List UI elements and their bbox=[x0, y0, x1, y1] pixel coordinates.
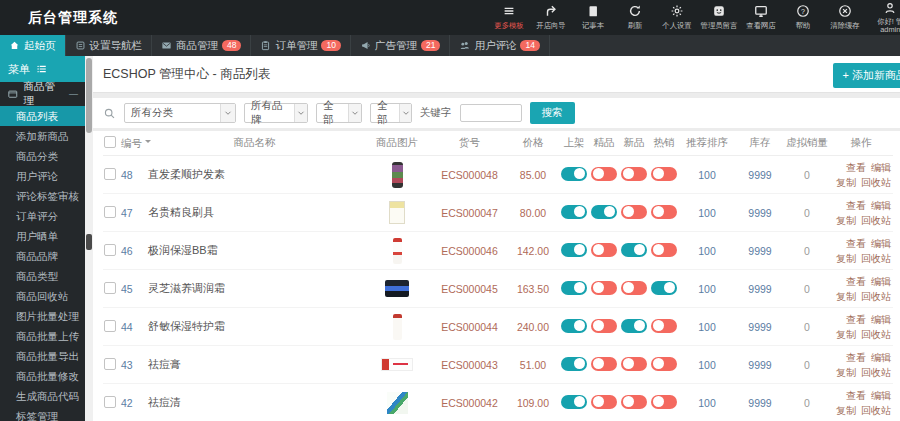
sort-order[interactable]: 100 bbox=[698, 397, 716, 409]
status-select[interactable]: 全部 bbox=[316, 103, 362, 123]
toggle-new[interactable] bbox=[621, 281, 647, 295]
add-goods-button[interactable]: + 添加新商品 bbox=[833, 63, 900, 88]
copy-link[interactable]: 复制 bbox=[836, 291, 856, 302]
goods-image[interactable] bbox=[385, 280, 409, 297]
toggle-on-sale[interactable] bbox=[561, 205, 587, 219]
sidebar-scrollbar[interactable] bbox=[85, 56, 93, 421]
toggle-hot[interactable] bbox=[651, 357, 677, 371]
sidebar-item[interactable]: 商品品牌 bbox=[0, 246, 85, 266]
tool-wizard-arrow[interactable]: 开店向导 bbox=[530, 0, 572, 35]
toggle-best[interactable] bbox=[591, 395, 617, 409]
goods-image[interactable] bbox=[387, 392, 408, 414]
view-link[interactable]: 查看 bbox=[846, 162, 866, 173]
tab-nav-settings[interactable]: 设置导航栏 bbox=[66, 35, 153, 56]
edit-link[interactable]: 编辑 bbox=[871, 238, 891, 249]
toggle-new[interactable] bbox=[621, 357, 647, 371]
category-select[interactable]: 所有分类 bbox=[124, 103, 236, 123]
toggle-hot[interactable] bbox=[651, 281, 677, 295]
tab-ad[interactable]: 广告管理21 bbox=[351, 35, 450, 56]
row-checkbox[interactable] bbox=[104, 358, 116, 370]
toggle-new[interactable] bbox=[621, 395, 647, 409]
keyword-input[interactable] bbox=[460, 104, 522, 122]
edit-link[interactable]: 编辑 bbox=[871, 352, 891, 363]
toggle-hot[interactable] bbox=[651, 319, 677, 333]
scrollbar-thumb-secondary[interactable] bbox=[86, 234, 92, 250]
goods-image[interactable] bbox=[393, 314, 402, 340]
recycle-link[interactable]: 回收站 bbox=[861, 291, 891, 302]
recycle-link[interactable]: 回收站 bbox=[861, 329, 891, 340]
copy-link[interactable]: 复制 bbox=[836, 329, 856, 340]
edit-link[interactable]: 编辑 bbox=[871, 162, 891, 173]
toggle-new[interactable] bbox=[621, 205, 647, 219]
sidebar-item[interactable]: 商品类型 bbox=[0, 266, 85, 286]
recycle-link[interactable]: 回收站 bbox=[861, 367, 891, 378]
row-checkbox[interactable] bbox=[104, 206, 116, 218]
sidebar-item[interactable]: 评论标签审核 bbox=[0, 186, 85, 206]
sidebar-item[interactable]: 商品批量导出 bbox=[0, 346, 85, 366]
recycle-link[interactable]: 回收站 bbox=[861, 177, 891, 188]
goods-image[interactable] bbox=[389, 201, 405, 224]
sort-order[interactable]: 100 bbox=[698, 245, 716, 257]
toggle-on-sale[interactable] bbox=[561, 243, 587, 257]
sidebar-item[interactable]: 商品批量修改 bbox=[0, 366, 85, 386]
sidebar-item[interactable]: 商品分类 bbox=[0, 146, 85, 166]
copy-link[interactable]: 复制 bbox=[836, 215, 856, 226]
sidebar-item[interactable]: 图片批量处理 bbox=[0, 306, 85, 326]
row-checkbox[interactable] bbox=[104, 396, 116, 408]
tool-clear-cache[interactable]: 清除缓存 bbox=[824, 0, 866, 35]
toggle-on-sale[interactable] bbox=[561, 395, 587, 409]
sidebar-item[interactable]: 商品批量上传 bbox=[0, 326, 85, 346]
toggle-hot[interactable] bbox=[651, 243, 677, 257]
recycle-link[interactable]: 回收站 bbox=[861, 253, 891, 264]
sidebar-item[interactable]: 用户晒单 bbox=[0, 226, 85, 246]
toggle-best[interactable] bbox=[591, 357, 617, 371]
collapse-minus-icon[interactable]: — bbox=[69, 89, 78, 99]
sort-order[interactable]: 100 bbox=[698, 283, 716, 295]
goods-image[interactable] bbox=[381, 358, 413, 371]
user-menu[interactable]: 你好! 管admin bbox=[866, 0, 900, 35]
sidebar-item[interactable]: 标签管理 bbox=[0, 406, 85, 421]
view-link[interactable]: 查看 bbox=[846, 238, 866, 249]
recycle-link[interactable]: 回收站 bbox=[861, 215, 891, 226]
tool-monitor[interactable]: 查看网店 bbox=[740, 0, 782, 35]
edit-link[interactable]: 编辑 bbox=[871, 276, 891, 287]
sidebar-item[interactable]: 订单评分 bbox=[0, 206, 85, 226]
brand-select[interactable]: 所有品牌 bbox=[244, 103, 308, 123]
tab-home[interactable]: 起始页 bbox=[0, 35, 66, 56]
edit-link[interactable]: 编辑 bbox=[871, 390, 891, 401]
toggle-on-sale[interactable] bbox=[561, 281, 587, 295]
recycle-link[interactable]: 回收站 bbox=[861, 405, 891, 416]
tool-refresh[interactable]: 刷新 bbox=[614, 0, 656, 35]
row-checkbox[interactable] bbox=[104, 320, 116, 332]
tab-goods[interactable]: 商品管理48 bbox=[152, 35, 251, 56]
toggle-hot[interactable] bbox=[651, 167, 677, 181]
sidebar-item[interactable]: 商品回收站 bbox=[0, 286, 85, 306]
tab-users[interactable]: 用户评论14 bbox=[450, 35, 549, 56]
toggle-on-sale[interactable] bbox=[561, 167, 587, 181]
toggle-best[interactable] bbox=[591, 319, 617, 333]
toggle-on-sale[interactable] bbox=[561, 357, 587, 371]
search-button[interactable]: 搜索 bbox=[530, 102, 575, 124]
sidebar-item[interactable]: 添加新商品 bbox=[0, 126, 85, 146]
sort-order[interactable]: 100 bbox=[698, 169, 716, 181]
copy-link[interactable]: 复制 bbox=[836, 405, 856, 416]
toggle-new[interactable] bbox=[621, 243, 647, 257]
sidebar-item[interactable]: 生成商品代码 bbox=[0, 386, 85, 406]
sidebar-item[interactable]: 用户评论 bbox=[0, 166, 85, 186]
toggle-hot[interactable] bbox=[651, 395, 677, 409]
sidebar-item[interactable]: 商品列表 bbox=[0, 106, 85, 126]
toggle-new[interactable] bbox=[621, 167, 647, 181]
sort-order[interactable]: 100 bbox=[698, 321, 716, 333]
goods-image[interactable] bbox=[392, 162, 403, 188]
edit-link[interactable]: 编辑 bbox=[871, 200, 891, 211]
row-checkbox[interactable] bbox=[104, 244, 116, 256]
type-select[interactable]: 全部 bbox=[370, 103, 412, 123]
select-all-checkbox[interactable] bbox=[104, 136, 116, 148]
copy-link[interactable]: 复制 bbox=[836, 177, 856, 188]
toggle-on-sale[interactable] bbox=[561, 319, 587, 333]
tool-gear[interactable]: 个人设置 bbox=[656, 0, 698, 35]
row-checkbox[interactable] bbox=[104, 168, 116, 180]
view-link[interactable]: 查看 bbox=[846, 276, 866, 287]
view-link[interactable]: 查看 bbox=[846, 390, 866, 401]
toggle-new[interactable] bbox=[621, 319, 647, 333]
